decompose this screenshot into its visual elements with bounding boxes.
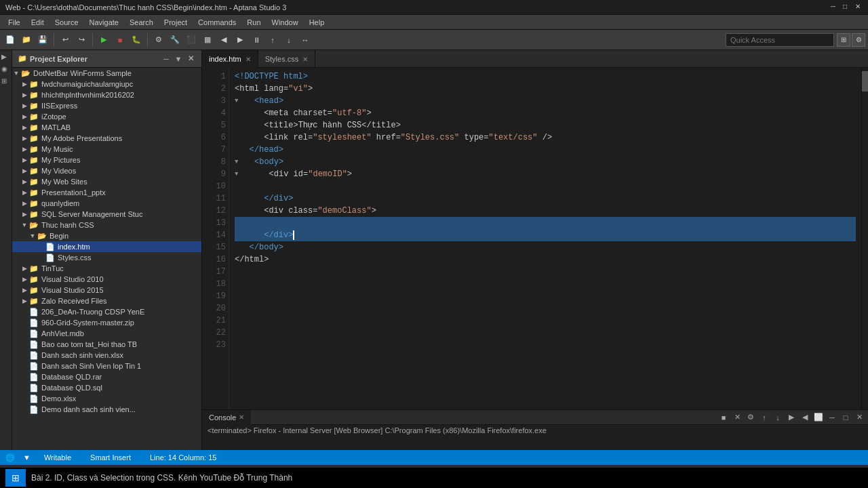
menu-edit[interactable]: Edit <box>26 17 50 28</box>
quick-access-icon2[interactable]: ⚙ <box>852 33 865 47</box>
open-button[interactable]: 📁 <box>19 33 34 47</box>
tree-item-stylescss[interactable]: 📄Styles.css <box>12 252 201 263</box>
tree-item-matlab[interactable]: ▶📁MATLAB <box>12 122 201 133</box>
scrollbar-thumb[interactable] <box>862 71 868 92</box>
toolbar-btn-i[interactable]: ↓ <box>281 33 296 47</box>
save-button[interactable]: 💾 <box>35 33 50 47</box>
tree-item-iisexpress[interactable]: ▶📁IISExpress <box>12 100 201 111</box>
quick-access-input[interactable] <box>726 33 834 47</box>
tree-item-file8[interactable]: 📄Database QLD.sql <box>12 382 201 393</box>
minimize-button[interactable]: ─ <box>827 3 838 12</box>
toolbar-btn-c[interactable]: ⬛ <box>184 33 199 47</box>
toolbar-btn-b[interactable]: 🔧 <box>167 33 182 47</box>
taskbar-start[interactable]: ⊞ <box>5 469 26 487</box>
tree-item-sqlserver[interactable]: ▶📁SQL Server Management Stuc <box>12 209 201 220</box>
sidebar-collapse-icon[interactable]: ─ <box>161 54 172 64</box>
new-button[interactable]: 📄 <box>3 33 18 47</box>
tree-item-vs2010[interactable]: ▶📁Visual Studio 2010 <box>12 274 201 285</box>
run-button[interactable]: ▶ <box>96 33 111 47</box>
menu-search[interactable]: Search <box>124 17 159 28</box>
menu-help[interactable]: Help <box>304 17 330 28</box>
main: ▶ ◉ ⊞ 📁 Project Explorer ─ ▼ ✕ ▼📂DotNetB… <box>0 50 868 450</box>
menu-run[interactable]: Run <box>241 17 266 28</box>
left-icon-3[interactable]: ⊞ <box>1 77 11 87</box>
left-icon-1[interactable]: ▶ <box>1 53 11 62</box>
toolbar-btn-h[interactable]: ↑ <box>265 33 280 47</box>
fold-arrow-8[interactable]: ▼ <box>235 156 238 168</box>
tree-item-indexhtm[interactable]: 📄index.htm <box>12 241 201 252</box>
console-tab[interactable]: Console ✕ <box>202 410 251 425</box>
fold-arrow-9[interactable]: ▼ <box>235 168 238 180</box>
console-stop-btn[interactable]: ■ <box>717 411 730 424</box>
menu-file[interactable]: File <box>3 17 26 28</box>
tree-item-hhicth[interactable]: ▶📁hhichthplnthvnhimk2016202 <box>12 89 201 100</box>
tree-item-thuchanhcss[interactable]: ▼📂Thuc hanh CSS <box>12 220 201 230</box>
close-button[interactable]: ✕ <box>852 3 863 12</box>
tab-index-close[interactable]: ✕ <box>245 56 251 63</box>
fold-arrow-3[interactable]: ▼ <box>235 95 238 107</box>
console-down-btn[interactable]: ↓ <box>772 411 784 424</box>
tree-item-quanlydiem[interactable]: ▶📁quanlydiem <box>12 198 201 209</box>
toolbar-btn-j[interactable]: ↔ <box>298 33 313 47</box>
tree-item-presentation1[interactable]: ▶📁Presentation1_pptx <box>12 187 201 198</box>
tree-item-fwdchumai[interactable]: ▶📁fwdchumaiguichaulamgiupc <box>12 79 201 89</box>
tree-item-zalo[interactable]: ▶📁Zalo Received Files <box>12 296 201 306</box>
tree-arrow-fwdchumai: ▶ <box>20 81 28 87</box>
tree-item-file4[interactable]: 📄Bao cao tom tat_Hoi thao TB <box>12 339 201 350</box>
console-back-btn[interactable]: ◀ <box>799 411 811 424</box>
code-content[interactable]: <!DOCTYPE html><html lang="vi">▼ <head> … <box>229 68 861 409</box>
console-restore-btn[interactable]: ⬜ <box>812 411 825 424</box>
tree-item-file10[interactable]: 📄Demo danh sach sinh vien... <box>12 404 201 415</box>
toolbar-btn-f[interactable]: ▶ <box>233 33 248 47</box>
tree-item-file6[interactable]: 📄Danh sach Sinh Vien lop Tin 1 <box>12 361 201 371</box>
console-tab-close[interactable]: ✕ <box>239 413 244 421</box>
redo-button[interactable]: ↪ <box>74 33 89 47</box>
tree-item-file2[interactable]: 📄960-Grid-System-master.zip <box>12 317 201 328</box>
maximize-button[interactable]: □ <box>840 3 850 12</box>
sidebar-menu-icon[interactable]: ▼ <box>173 54 184 64</box>
console-min-btn[interactable]: ─ <box>826 411 838 424</box>
tree-item-mywebsites[interactable]: ▶📁My Web Sites <box>12 176 201 187</box>
sidebar-close-icon[interactable]: ✕ <box>185 54 196 64</box>
toolbar-btn-a[interactable]: ⚙ <box>151 33 166 47</box>
console-up-btn[interactable]: ↑ <box>758 411 770 424</box>
tree-item-begin[interactable]: ▼📂Begin <box>12 230 201 241</box>
tree-icon-vs2015: 📁 <box>28 285 39 295</box>
debug-button[interactable]: 🐛 <box>129 33 144 47</box>
tree-item-file5[interactable]: 📄Danh sach sinh vien.xlsx <box>12 350 201 361</box>
tree-item-mypictures[interactable]: ▶📁My Pictures <box>12 155 201 165</box>
tree-item-file7[interactable]: 📄Database QLD.rar <box>12 371 201 382</box>
tree-item-izotope[interactable]: ▶📁iZotope <box>12 111 201 122</box>
console-max-btn[interactable]: □ <box>840 411 852 424</box>
tab-styles-close[interactable]: ✕ <box>302 56 308 63</box>
console-close-btn[interactable]: ✕ <box>853 411 865 424</box>
tab-styles[interactable]: Styles.css ✕ <box>258 50 316 68</box>
toolbar-btn-g[interactable]: ⏸ <box>249 33 264 47</box>
left-icon-2[interactable]: ◉ <box>1 65 11 75</box>
quick-access-icon1[interactable]: ⊞ <box>837 33 850 47</box>
tree-item-file9[interactable]: 📄Demo.xlsx <box>12 393 201 404</box>
console-message: <terminated> Firefox - Internal Server [… <box>208 426 547 434</box>
menu-navigate[interactable]: Navigate <box>84 17 124 28</box>
console-clear-btn[interactable]: ✕ <box>731 411 743 424</box>
tree-item-file3[interactable]: 📄AnhViet.mdb <box>12 328 201 339</box>
tab-index[interactable]: index.htm ✕ <box>202 50 258 68</box>
menu-commands[interactable]: Commands <box>193 17 241 28</box>
console-run-btn[interactable]: ▶ <box>785 411 797 424</box>
tree-item-mymusic[interactable]: ▶📁My Music <box>12 144 201 155</box>
tree-item-dotnetbar[interactable]: ▼📂DotNetBar WinForms Sample <box>12 68 201 79</box>
console-config-btn[interactable]: ⚙ <box>745 411 757 424</box>
tree-item-vs2015[interactable]: ▶📁Visual Studio 2015 <box>12 285 201 296</box>
tree-item-myvideos[interactable]: ▶📁My Videos <box>12 165 201 176</box>
undo-button[interactable]: ↩ <box>58 33 73 47</box>
toolbar-btn-d[interactable]: ▦ <box>200 33 215 47</box>
menu-source[interactable]: Source <box>50 17 84 28</box>
tree-item-file1[interactable]: 📄206_DeAn-Truong CDSP YenE <box>12 306 201 317</box>
menu-window[interactable]: Window <box>267 17 304 28</box>
tree-item-myadobe[interactable]: ▶📁My Adobe Presentations <box>12 133 201 144</box>
stop-button[interactable]: ■ <box>113 33 127 47</box>
menu-project[interactable]: Project <box>159 17 193 28</box>
editor-scrollbar[interactable] <box>861 68 868 409</box>
toolbar-btn-e[interactable]: ◀ <box>216 33 231 47</box>
tree-item-tintuc[interactable]: ▶📁TinTuc <box>12 263 201 274</box>
